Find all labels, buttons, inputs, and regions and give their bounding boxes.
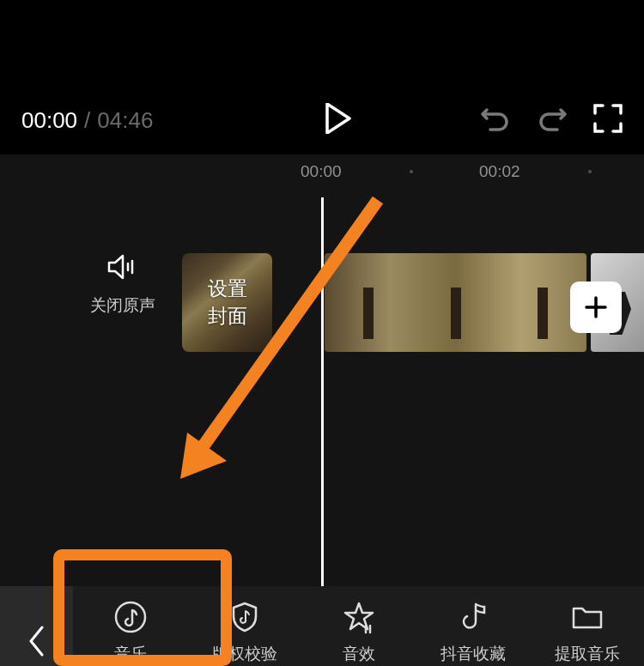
redo-button[interactable] bbox=[537, 105, 568, 136]
current-time: 00:00 bbox=[21, 107, 77, 134]
music-icon bbox=[113, 600, 148, 634]
douyin-icon bbox=[456, 600, 490, 634]
toolbar-effects-label: 音效 bbox=[343, 643, 375, 665]
video-preview-area bbox=[0, 0, 644, 86]
playback-controls-bar: 00:00 / 04:46 bbox=[0, 86, 644, 154]
speaker-icon bbox=[107, 253, 138, 284]
ruler-dot bbox=[588, 170, 592, 173]
add-clip-button[interactable] bbox=[570, 282, 622, 333]
total-time: 04:46 bbox=[97, 107, 153, 134]
ruler-dot bbox=[410, 170, 413, 173]
plus-icon bbox=[583, 294, 609, 320]
toolbar-music[interactable]: 音乐 bbox=[73, 595, 187, 665]
timeline-area[interactable]: 00:00 00:02 关闭原声 设置封面 bbox=[0, 154, 644, 586]
shield-icon bbox=[228, 600, 262, 634]
ruler-time-0: 00:00 bbox=[301, 162, 342, 181]
video-clip-1[interactable] bbox=[325, 253, 586, 352]
fullscreen-button[interactable] bbox=[593, 104, 623, 136]
toolbar-effects[interactable]: 音效 bbox=[301, 595, 416, 665]
set-cover-button[interactable]: 设置封面 bbox=[182, 253, 272, 352]
time-separator: / bbox=[84, 107, 90, 134]
cover-label: 设置封面 bbox=[208, 275, 247, 329]
chevron-left-icon bbox=[27, 625, 46, 657]
toolbar-douyin[interactable]: 抖音收藏 bbox=[416, 595, 530, 665]
back-button[interactable] bbox=[0, 586, 73, 666]
bottom-toolbar: 音乐 版权校验 音效 抖音收藏 提取音乐 bbox=[0, 586, 644, 666]
timeline-ruler: 00:00 00:02 bbox=[0, 154, 644, 189]
star-icon bbox=[342, 600, 376, 634]
svg-point-0 bbox=[116, 602, 145, 632]
mute-label: 关闭原声 bbox=[90, 294, 155, 317]
toolbar-douyin-label: 抖音收藏 bbox=[440, 643, 506, 665]
toolbar-items: 音乐 版权校验 音效 抖音收藏 提取音乐 bbox=[73, 588, 644, 665]
toolbar-copyright[interactable]: 版权校验 bbox=[187, 595, 301, 665]
time-display: 00:00 / 04:46 bbox=[21, 107, 153, 134]
toolbar-extract-label: 提取音乐 bbox=[555, 643, 620, 665]
playhead[interactable] bbox=[321, 197, 324, 586]
toolbar-music-label: 音乐 bbox=[114, 643, 147, 665]
toolbar-copyright-label: 版权校验 bbox=[212, 643, 277, 665]
ruler-time-2: 00:02 bbox=[479, 162, 520, 181]
undo-button[interactable] bbox=[480, 105, 511, 136]
toolbar-extract[interactable]: 提取音乐 bbox=[530, 595, 644, 665]
mute-original-audio-control[interactable]: 关闭原声 bbox=[90, 253, 155, 317]
right-controls-group bbox=[480, 104, 623, 136]
folder-icon bbox=[570, 600, 605, 634]
play-button[interactable] bbox=[325, 103, 352, 137]
